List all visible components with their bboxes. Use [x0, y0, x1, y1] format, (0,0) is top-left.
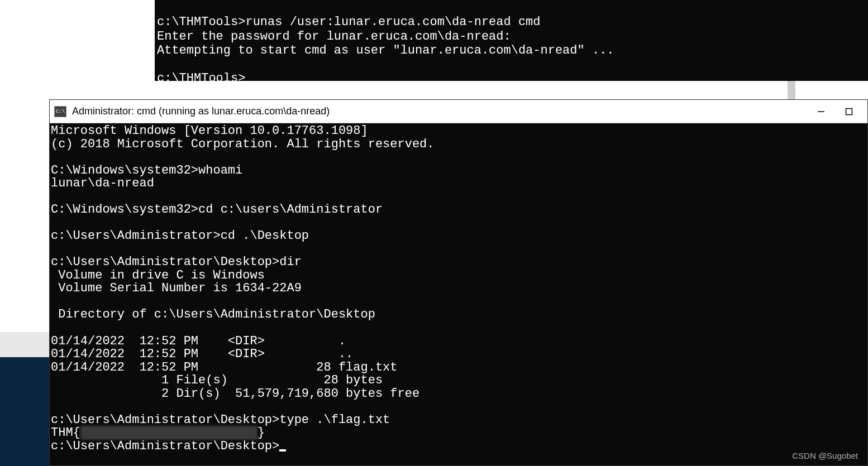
- final-prompt: c:\Users\Administrator\Desktop>: [51, 439, 279, 453]
- maximize-icon: [845, 108, 853, 116]
- svg-rect-1: [846, 108, 852, 114]
- terminal-background-window[interactable]: c:\THMTools>runas /user:lunar.eruca.com\…: [155, 0, 868, 81]
- cmd-icon: C:\: [54, 106, 66, 117]
- terminal-top-output: c:\THMTools>runas /user:lunar.eruca.com\…: [157, 1, 866, 81]
- terminal-main-output: Microsoft Windows [Version 10.0.17763.10…: [51, 124, 866, 453]
- window-titlebar[interactable]: C:\ Administrator: cmd (running as lunar…: [50, 100, 867, 123]
- flag-redacted: XXXXXXXXXXXXXXXXXXXXXXXX: [80, 426, 257, 440]
- window-title: Administrator: cmd (running as lunar.eru…: [72, 105, 807, 117]
- cmd-window: C:\ Administrator: cmd (running as lunar…: [49, 99, 868, 466]
- cursor: [279, 449, 286, 451]
- flag-suffix: }: [257, 426, 265, 440]
- minimize-button[interactable]: [807, 102, 835, 122]
- flag-prefix: THM{: [51, 426, 80, 440]
- maximize-button[interactable]: [835, 102, 863, 122]
- window-controls: [807, 102, 863, 122]
- terminal-main-area[interactable]: Microsoft Windows [Version 10.0.17763.10…: [50, 123, 867, 465]
- scrollbar-fragment: [788, 81, 795, 99]
- watermark-text: CSDN @Sugobet: [792, 451, 858, 460]
- minimize-icon: [817, 108, 825, 116]
- left-background-light: [0, 332, 49, 357]
- left-background-dark: [0, 357, 49, 466]
